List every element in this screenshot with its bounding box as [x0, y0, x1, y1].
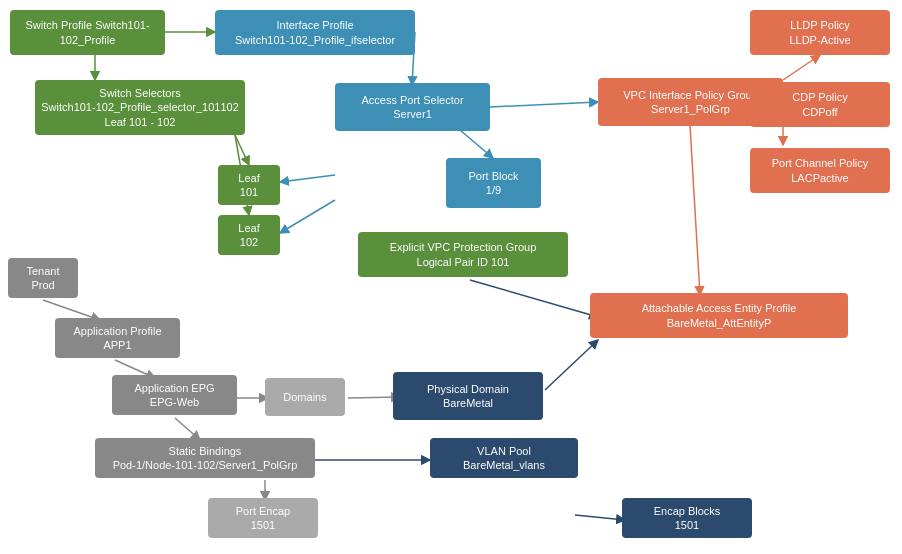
encap-blocks-label: Encap Blocks1501: [654, 504, 721, 533]
svg-line-22: [575, 515, 625, 520]
svg-line-12: [690, 125, 700, 295]
attachable-aep-node: Attachable Access Entity ProfileBareMeta…: [590, 293, 848, 338]
port-encap-node: Port Encap1501: [208, 498, 318, 538]
port-block-label: Port Block1/9: [468, 169, 518, 198]
svg-line-14: [43, 300, 100, 320]
port-channel-policy-node: Port Channel PolicyLACPactive: [750, 148, 890, 193]
switch-selectors-label: Switch SelectorsSwitch101-102_Profile_se…: [41, 86, 239, 129]
switch-selectors-node: Switch SelectorsSwitch101-102_Profile_se…: [35, 80, 245, 135]
svg-line-13: [470, 280, 598, 317]
access-port-selector-node: Access Port SelectorServer1: [335, 83, 490, 131]
access-port-selector-label: Access Port SelectorServer1: [361, 93, 463, 122]
leaf-101-node: Leaf101: [218, 165, 280, 205]
app-epg-label: Application EPGEPG-Web: [134, 381, 214, 410]
svg-line-7: [280, 175, 335, 182]
cdp-policy-label: CDP PolicyCDPoff: [792, 90, 847, 119]
switch-profile-node: Switch Profile Switch101-102_Profile: [10, 10, 165, 55]
physical-domain-node: Physical DomainBareMetal: [393, 372, 543, 420]
static-bindings-label: Static BindingsPod-1/Node-101-102/Server…: [113, 444, 298, 473]
attachable-aep-label: Attachable Access Entity ProfileBareMeta…: [642, 301, 797, 330]
domains-label: Domains: [283, 390, 326, 404]
explicit-vpc-label: Explicit VPC Protection GroupLogical Pai…: [390, 240, 537, 269]
switch-profile-label: Switch Profile Switch101-102_Profile: [16, 18, 159, 47]
interface-profile-node: Interface ProfileSwitch101-102_Profile_i…: [215, 10, 415, 55]
app-profile-label: Application ProfileAPP1: [73, 324, 161, 353]
diagram: Switch Profile Switch101-102_Profile Int…: [0, 0, 902, 554]
tenant-node: TenantProd: [8, 258, 78, 298]
lldp-policy-label: LLDP PolicyLLDP-Active: [789, 18, 850, 47]
encap-blocks-node: Encap Blocks1501: [622, 498, 752, 538]
svg-line-2: [235, 135, 249, 165]
vlan-pool-label: VLAN PoolBareMetal_vlans: [463, 444, 545, 473]
port-block-node: Port Block1/9: [446, 158, 541, 208]
cdp-policy-node: CDP PolicyCDPoff: [750, 82, 890, 127]
port-encap-label: Port Encap1501: [236, 504, 290, 533]
leaf-101-label: Leaf101: [238, 171, 259, 200]
svg-line-8: [280, 200, 335, 233]
svg-line-9: [783, 55, 820, 80]
svg-line-19: [175, 418, 200, 440]
interface-profile-label: Interface ProfileSwitch101-102_Profile_i…: [235, 18, 395, 47]
app-profile-node: Application ProfileAPP1: [55, 318, 180, 358]
leaf-102-label: Leaf102: [238, 221, 259, 250]
app-epg-node: Application EPGEPG-Web: [112, 375, 237, 415]
explicit-vpc-node: Explicit VPC Protection GroupLogical Pai…: [358, 232, 568, 277]
port-channel-policy-label: Port Channel PolicyLACPactive: [772, 156, 869, 185]
tenant-label: TenantProd: [26, 264, 59, 293]
svg-line-18: [545, 340, 598, 390]
svg-line-6: [460, 130, 493, 158]
static-bindings-node: Static BindingsPod-1/Node-101-102/Server…: [95, 438, 315, 478]
lldp-policy-node: LLDP PolicyLLDP-Active: [750, 10, 890, 55]
leaf-102-node: Leaf102: [218, 215, 280, 255]
svg-line-5: [490, 102, 598, 107]
domains-node: Domains: [265, 378, 345, 416]
physical-domain-label: Physical DomainBareMetal: [427, 382, 509, 411]
vpc-interface-policy-label: VPC Interface Policy GroupServer1_PolGrp: [623, 88, 758, 117]
vlan-pool-node: VLAN PoolBareMetal_vlans: [430, 438, 578, 478]
